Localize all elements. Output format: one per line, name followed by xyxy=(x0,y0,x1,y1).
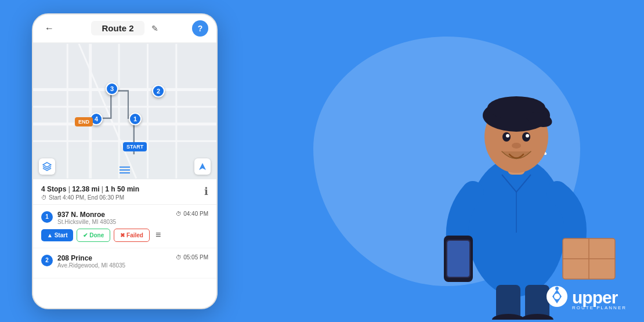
start-button[interactable]: ▲ Start xyxy=(41,229,73,241)
left-section: ← Route 2 ✎ ? xyxy=(0,0,249,322)
phone-header: ← Route 2 ✎ ? xyxy=(33,15,216,43)
svg-rect-0 xyxy=(33,44,216,178)
svg-rect-26 xyxy=(447,241,469,277)
map-stop-2: 2 xyxy=(152,85,165,97)
map-layer-button[interactable] xyxy=(39,158,55,175)
more-menu-button[interactable]: ≡ xyxy=(153,229,163,241)
phone-mockup: ← Route 2 ✎ ? xyxy=(32,13,218,309)
edit-button[interactable]: ✎ xyxy=(151,24,158,33)
stop-2-header: 2 208 Prince Ave.Ridgewood, MI 48035 ⏱ 0… xyxy=(41,254,208,269)
map-menu-lines[interactable] xyxy=(120,167,130,173)
failed-button[interactable]: ✖ Failed xyxy=(114,229,150,242)
route-summary: 4 Stops | 12.38 mi | 1 h 50 min ⏱ Start … xyxy=(33,179,216,205)
stop-2-address: 208 Prince Ave.Ridgewood, MI 48035 xyxy=(57,254,125,269)
svg-point-21 xyxy=(526,134,529,138)
time-range: ⏱ Start 4:40 PM, End 06:30 PM xyxy=(41,194,139,201)
map-start-label: START xyxy=(123,142,147,151)
svg-point-22 xyxy=(512,143,521,149)
stop-2-badge: 2 xyxy=(41,255,53,266)
svg-point-20 xyxy=(506,134,509,138)
stop-item-2: 2 208 Prince Ave.Ridgewood, MI 48035 ⏱ 0… xyxy=(33,248,216,278)
map-navigation-button[interactable] xyxy=(194,158,211,175)
stop-item-1: 1 937 N. Monroe St.Hicksville, MI 48035 … xyxy=(33,205,216,248)
stop-1-city: St.Hicksville, MI 48035 xyxy=(57,219,116,225)
map-end-label: END xyxy=(75,117,93,126)
logo-tagline: Route Planner xyxy=(572,305,627,310)
svg-marker-11 xyxy=(199,163,206,170)
svg-point-37 xyxy=(554,294,560,299)
map-controls xyxy=(39,158,55,175)
help-button[interactable]: ? xyxy=(192,20,208,37)
route-title: Route 2 xyxy=(91,21,144,35)
stop-1-address: 937 N. Monroe St.Hicksville, MI 48035 xyxy=(57,211,116,225)
map-area: 1 2 3 4 START END xyxy=(33,43,216,179)
right-section: upper Route Planner xyxy=(249,0,644,322)
stops-count: 4 Stops | 12.38 mi | 1 h 50 min xyxy=(41,185,139,193)
stop-2-info: 2 208 Prince Ave.Ridgewood, MI 48035 xyxy=(41,254,125,269)
stop-1-time: ⏱ 04:40 PM xyxy=(176,211,208,217)
stop-2-city: Ave.Ridgewood, MI 48035 xyxy=(57,262,125,269)
map-stop-3: 3 xyxy=(106,82,118,95)
stop-1-actions: ▲ Start ✔ Done ✖ Failed ≡ xyxy=(41,229,208,242)
logo-area: upper Route Planner xyxy=(545,285,627,310)
stop-1-street: 937 N. Monroe xyxy=(57,211,116,219)
stop-1-info: 1 937 N. Monroe St.Hicksville, MI 48035 xyxy=(41,211,116,225)
info-button[interactable]: ℹ xyxy=(204,185,208,198)
stop-1-badge: 1 xyxy=(41,211,53,223)
done-button[interactable]: ✔ Done xyxy=(77,229,110,242)
logo-brand: upper xyxy=(572,289,627,306)
back-button[interactable]: ← xyxy=(41,20,57,37)
stop-1-header: 1 937 N. Monroe St.Hicksville, MI 48035 … xyxy=(41,211,208,225)
svg-point-38 xyxy=(555,287,559,290)
route-summary-info: 4 Stops | 12.38 mi | 1 h 50 min ⏱ Start … xyxy=(41,185,139,201)
map-stop-1: 1 xyxy=(129,113,142,125)
stop-2-street: 208 Prince xyxy=(57,254,125,262)
delivery-person xyxy=(400,30,621,322)
stop-2-time: ⏱ 05:05 PM xyxy=(176,254,208,261)
